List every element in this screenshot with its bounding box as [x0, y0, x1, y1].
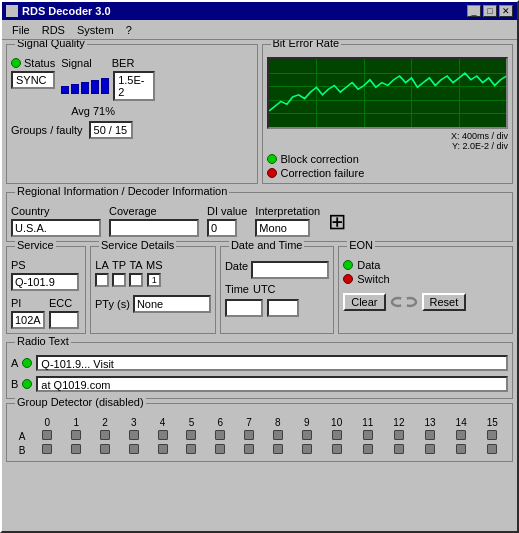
grid-icon[interactable]: ⊞: [328, 209, 346, 235]
group-detector-group: Group Detector (disabled) 0 1 2 3 4 5 6 …: [6, 403, 513, 462]
la-label: LA: [95, 259, 108, 271]
gd-col-2: 2: [91, 416, 120, 429]
gd-col-10: 10: [321, 416, 352, 429]
rta-field: Q-101.9... Visit: [36, 355, 508, 371]
gd-a-15: [487, 430, 497, 440]
ms-label: MS: [146, 259, 163, 271]
gd-row-a: A: [11, 429, 508, 443]
gd-b-7: [244, 444, 254, 454]
clear-button[interactable]: Clear: [343, 293, 385, 311]
eon-switch-led: [343, 274, 353, 284]
gd-col-13: 13: [414, 416, 445, 429]
pi-value: 102A: [15, 314, 41, 326]
close-button[interactable]: ✕: [499, 5, 513, 17]
gd-a-3: [129, 430, 139, 440]
gd-a-4: [158, 430, 168, 440]
reset-button[interactable]: Reset: [422, 293, 467, 311]
radio-text-a-row: A Q-101.9... Visit: [11, 355, 508, 371]
ta-label: TA: [129, 259, 142, 271]
service-group: Service PS Q-101.9 PI 102A: [6, 246, 86, 334]
gd-b-0: [42, 444, 52, 454]
menu-help[interactable]: ?: [120, 23, 138, 37]
menu-rds[interactable]: RDS: [36, 23, 71, 37]
menu-file[interactable]: File: [6, 23, 36, 37]
gd-b-8: [273, 444, 283, 454]
maximize-button[interactable]: □: [483, 5, 497, 17]
ps-value: Q-101.9: [15, 276, 55, 288]
eon-data-led: [343, 260, 353, 270]
gd-row-b-label: B: [11, 443, 33, 457]
gd-b-13: [425, 444, 435, 454]
rtb-led: [22, 379, 32, 389]
gd-col-7: 7: [235, 416, 264, 429]
rta-led: [22, 358, 32, 368]
country-label: Country: [11, 205, 101, 217]
gd-col-3: 3: [119, 416, 148, 429]
di-value: 0: [211, 222, 217, 234]
groups-label: Groups / faulty: [11, 124, 83, 136]
signal-quality-group: Signal Quality Status SYNC Signal: [6, 44, 258, 184]
utc-label: UTC: [253, 283, 276, 295]
radio-text-b-row: B at Q1019.com: [11, 376, 508, 392]
gd-b-2: [100, 444, 110, 454]
di-label: DI value: [207, 205, 247, 217]
gd-a-1: [71, 430, 81, 440]
pty-value: None: [137, 298, 163, 310]
rtb-label: B: [11, 378, 18, 390]
gd-col-4: 4: [148, 416, 177, 429]
window-title: RDS Decoder 3.0: [22, 5, 111, 17]
datetime-group: Date and Time Date Time UTC: [220, 246, 334, 334]
eon-label: EON: [347, 239, 375, 251]
minimize-button[interactable]: _: [467, 5, 481, 17]
gd-a-8: [273, 430, 283, 440]
gd-a-0: [42, 430, 52, 440]
block-correction-row: Block correction: [267, 153, 509, 165]
correction-failure-led: [267, 168, 277, 178]
group-detector-table: 0 1 2 3 4 5 6 7 8 9 10 11 12 13: [11, 416, 508, 457]
pi-label: PI: [11, 297, 45, 309]
menu-system[interactable]: System: [71, 23, 120, 37]
ber-label: BER: [112, 57, 135, 69]
service-label: Service: [15, 239, 56, 251]
gd-b-4: [158, 444, 168, 454]
regional-label: Regional Information / Decoder Informati…: [15, 185, 229, 197]
ta-checkbox[interactable]: [129, 273, 143, 287]
di-field: DI value 0: [207, 205, 247, 237]
correction-failure-label: Correction failure: [281, 167, 365, 179]
coverage-label: Coverage: [109, 205, 199, 217]
gd-b-1: [71, 444, 81, 454]
gd-a-11: [363, 430, 373, 440]
gd-col-11: 11: [352, 416, 383, 429]
pty-label: PTy (s): [95, 298, 130, 310]
gd-col-8: 8: [263, 416, 292, 429]
eon-switch-label: Switch: [357, 273, 389, 285]
gd-b-3: [129, 444, 139, 454]
app-icon: [6, 5, 18, 17]
avg-label: Avg 71%: [71, 105, 115, 117]
gd-b-14: [456, 444, 466, 454]
gd-a-12: [394, 430, 404, 440]
la-checkbox[interactable]: [95, 273, 109, 287]
ber-value: 1.5E-2: [118, 74, 144, 98]
gd-b-12: [394, 444, 404, 454]
gd-b-5: [186, 444, 196, 454]
gd-col-9: 9: [292, 416, 321, 429]
svg-rect-2: [401, 298, 407, 306]
rtb-field: at Q1019.com: [36, 376, 508, 392]
status-led: [11, 58, 21, 68]
signal-label: Signal: [61, 57, 92, 69]
gd-b-6: [215, 444, 225, 454]
ecc-label: ECC: [49, 297, 79, 309]
interpretation-label: Interpretation: [255, 205, 320, 217]
tp-checkbox[interactable]: [112, 273, 126, 287]
sync-value: SYNC: [16, 74, 47, 86]
service-details-label: Service Details: [99, 239, 176, 251]
gd-b-15: [487, 444, 497, 454]
x-axis-label: X: 400ms / div: [451, 131, 508, 141]
coverage-field: Coverage: [109, 205, 199, 237]
block-correction-led: [267, 154, 277, 164]
gd-col-6: 6: [206, 416, 235, 429]
gd-col-0: 0: [33, 416, 62, 429]
ms-checkbox[interactable]: 1: [147, 273, 161, 287]
chain-icon[interactable]: [390, 291, 418, 313]
